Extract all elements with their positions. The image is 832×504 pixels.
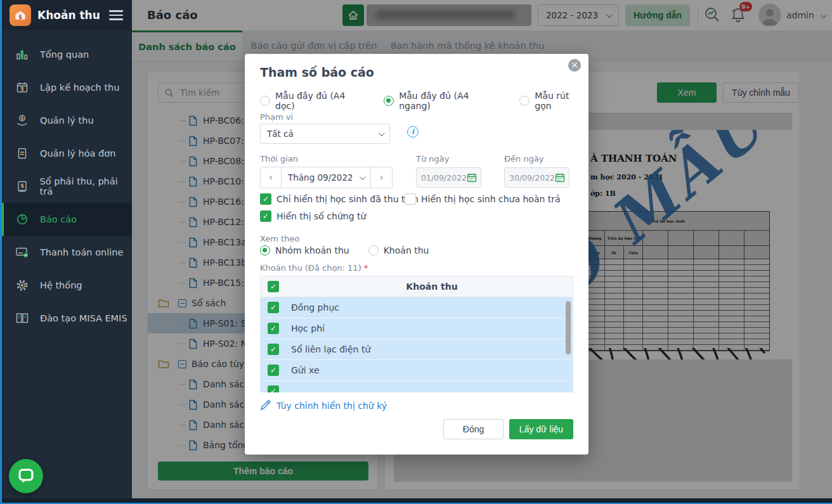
checkbox-unchecked-icon	[405, 193, 416, 205]
fee-list: ✓Đồng phục ✓Học phí ✓Sổ liên lạc điện tử…	[260, 297, 573, 392]
radio-rut-gon[interactable]: Mẫu rút gọn	[519, 91, 588, 111]
sidebar-item-label: Lập kế hoạch thu	[40, 82, 120, 93]
row-checkbox[interactable]: ✓	[268, 323, 279, 334]
sidebar-item-lap-ke-hoach-thu[interactable]: $ Lập kế hoạch thu	[2, 71, 132, 104]
ledger-icon: $	[15, 179, 30, 193]
sidebar-item-thanh-toan-online[interactable]: Thanh toán online	[2, 236, 132, 269]
fee-table-header: ✓ Khoản thu	[260, 276, 573, 297]
sidebar-item-label: Tổng quan	[40, 49, 89, 60]
fee-row[interactable]: ✓Sổ liên lạc điện tử	[261, 339, 573, 360]
sidebar-item-dao-tao-misa-emis[interactable]: Đào tạo MISA EMIS	[2, 302, 132, 335]
radio-selected-icon	[384, 96, 394, 106]
svg-text:$: $	[20, 86, 24, 92]
scope-label: Phạm vi	[260, 112, 293, 122]
row-checkbox[interactable]: ✓	[268, 344, 279, 355]
sidebar-item-label: Sổ phải thu, phải trả	[40, 176, 132, 197]
sidebar-item-tong-quan[interactable]: Tổng quan	[2, 38, 132, 71]
sidebar-item-label: Đào tạo MISA EMIS	[40, 313, 127, 323]
from-date-value: 01/09/2022	[421, 173, 467, 183]
month-picker: ‹ Tháng 09/2022 ›	[260, 167, 393, 188]
checkbox-checked-icon: ✓	[260, 210, 271, 222]
hamburger-menu-icon[interactable]	[109, 10, 123, 23]
chevron-down-icon	[360, 174, 366, 180]
select-all-checkbox[interactable]: ✓	[268, 281, 279, 292]
chat-widget-button[interactable]	[9, 459, 43, 493]
sidebar-item-so-phai-thu-phai-tra[interactable]: $ Sổ phải thu, phải trả	[2, 170, 132, 203]
scope-value: Tất cả	[267, 129, 294, 139]
fee-row[interactable]: ✓	[261, 381, 573, 392]
sidebar: $ Khoản thu Tổng quan $ Lập kế hoạch thu…	[2, 0, 132, 498]
prev-month-icon[interactable]: ‹	[260, 167, 282, 188]
gear-icon	[15, 278, 30, 292]
svg-text:$: $	[20, 183, 24, 189]
sidebar-item-he-thong[interactable]: Hệ thống	[2, 269, 132, 302]
from-date-input[interactable]: 01/09/2022	[416, 167, 481, 188]
window-bottom-bar	[0, 498, 832, 503]
checkbox-checked-icon: ✓	[260, 193, 271, 205]
online-payment-icon	[15, 245, 30, 259]
checkbox-so-chung-tu[interactable]: ✓ Hiển thị số chứng từ	[260, 210, 366, 222]
svg-text:$: $	[18, 15, 22, 20]
close-button[interactable]: Đóng	[443, 419, 504, 439]
radio-icon	[368, 245, 379, 255]
svg-text:$: $	[21, 116, 24, 121]
report-parameters-modal: × Tham số báo cáo Mẫu đầy đủ (A4 dọc) Mẫ…	[245, 54, 588, 455]
scope-select[interactable]: Tất cả	[260, 124, 390, 144]
fee-table-header-label: Khoản thu	[291, 281, 573, 292]
to-date-value: 30/09/2022	[509, 173, 555, 183]
book-icon	[15, 311, 30, 325]
radio-nhom-khoan-thu[interactable]: Nhóm khoản thu	[260, 245, 349, 255]
sidebar-item-label: Quản lý thu	[40, 115, 94, 126]
radio-a4-doc[interactable]: Mẫu đầy đủ (A4 dọc)	[260, 91, 367, 111]
to-date-label: Đến ngày	[504, 154, 544, 164]
chevron-down-icon	[379, 130, 385, 136]
fee-row[interactable]: ✓Gửi xe	[261, 360, 573, 381]
required-asterisk: *	[364, 263, 368, 273]
radio-a4-ngang[interactable]: Mẫu đầy đủ (A4 ngang)	[384, 91, 503, 111]
close-icon[interactable]: ×	[568, 59, 581, 72]
time-label: Thời gian	[260, 154, 298, 164]
row-checkbox[interactable]: ✓	[268, 302, 279, 313]
window-edge	[0, 0, 2, 504]
info-icon[interactable]: i	[407, 126, 419, 138]
radio-icon	[519, 96, 530, 106]
signature-customize-link[interactable]: Tùy chỉnh hiển thị chữ ký	[260, 400, 387, 411]
row-checkbox[interactable]: ✓	[268, 385, 279, 392]
checkbox-da-thu-tien[interactable]: ✓ Chỉ hiển thị học sinh đã thu tiền	[260, 193, 419, 205]
calendar-icon	[555, 172, 565, 183]
get-data-button[interactable]: Lấy dữ liệu	[509, 419, 573, 439]
month-value: Tháng 09/2022	[288, 172, 353, 183]
month-select[interactable]: Tháng 09/2022	[282, 167, 371, 188]
app-window: $ Khoản thu Tổng quan $ Lập kế hoạch thu…	[0, 0, 832, 504]
view-by-label: Xem theo	[260, 234, 299, 243]
pie-chart-icon	[15, 212, 30, 226]
fee-row[interactable]: ✓Học phí	[261, 318, 573, 339]
selection-count-label: Khoản thu (Đã chọn: 11) *	[260, 263, 368, 273]
view-by-radio-group: Nhóm khoản thu Khoản thu	[260, 245, 429, 255]
modal-title: Tham số báo cáo	[260, 65, 374, 79]
sidebar-item-label: Báo cáo	[40, 214, 77, 224]
pencil-icon	[260, 400, 271, 411]
next-month-icon[interactable]: ›	[371, 167, 393, 188]
app-logo-icon: $	[10, 4, 31, 26]
template-radio-group: Mẫu đầy đủ (A4 dọc) Mẫu đầy đủ (A4 ngang…	[260, 91, 588, 111]
checkbox-chua-hoan-tra[interactable]: Hiển thị học sinh chưa hoàn trả	[405, 193, 561, 205]
sidebar-item-label: Hệ thống	[40, 280, 82, 290]
hand-coin-icon: $	[15, 113, 30, 127]
from-date-label: Từ ngày	[416, 154, 449, 164]
sidebar-item-quan-ly-hoa-don[interactable]: Quản lý hóa đơn	[2, 137, 132, 170]
fee-row[interactable]: ✓Đồng phục	[261, 297, 573, 318]
sidebar-item-label: Quản lý hóa đơn	[40, 148, 115, 158]
calendar-icon	[467, 172, 477, 183]
fee-list-scrollbar[interactable]	[566, 301, 571, 354]
sidebar-item-quan-ly-thu[interactable]: $ Quản lý thu	[2, 104, 132, 137]
sidebar-header: $ Khoản thu	[2, 0, 132, 30]
app-title: Khoản thu	[37, 9, 100, 22]
radio-selected-icon	[260, 245, 270, 255]
radio-khoan-thu[interactable]: Khoản thu	[368, 245, 429, 255]
row-checkbox[interactable]: ✓	[268, 365, 279, 376]
calendar-dollar-icon: $	[15, 81, 30, 94]
sidebar-item-bao-cao[interactable]: Báo cáo	[2, 203, 132, 236]
to-date-input[interactable]: 30/09/2022	[504, 167, 569, 188]
radio-icon	[260, 96, 270, 106]
